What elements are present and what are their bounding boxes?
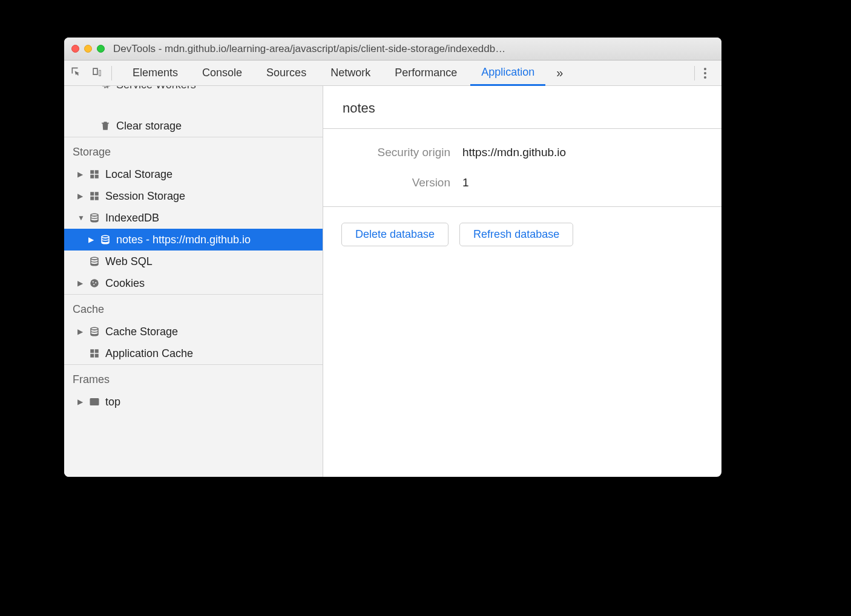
database-icon (99, 234, 111, 246)
svg-point-5 (95, 282, 96, 283)
sidebar-item-top-frame[interactable]: ▶ top (64, 391, 323, 413)
chevron-down-icon: ▼ (77, 214, 84, 222)
database-detail-panel: notes Security origin https://mdn.github… (323, 86, 721, 477)
sidebar-item-label: IndexedDB (105, 212, 159, 224)
database-icon (88, 326, 100, 338)
svg-rect-7 (90, 399, 99, 405)
inspect-element-icon[interactable] (70, 66, 82, 80)
device-toolbar-icon[interactable] (91, 66, 103, 80)
window-title: DevTools - mdn.github.io/learning-area/j… (113, 43, 714, 55)
database-icon (88, 255, 100, 267)
sidebar-item-cache-storage[interactable]: ▶ Cache Storage (64, 321, 323, 342)
version-label: Version (341, 176, 462, 189)
frame-icon (88, 396, 100, 408)
database-icon (88, 212, 100, 224)
grid-icon (88, 190, 100, 202)
svg-point-6 (93, 284, 94, 285)
sidebar-item-application-cache[interactable]: Application Cache (64, 342, 323, 364)
sidebar-item-clear-storage[interactable]: Clear storage (64, 115, 323, 137)
svg-point-3 (90, 279, 99, 287)
database-actions: Delete database Refresh database (323, 207, 721, 262)
tabs-overflow-button[interactable]: » (548, 66, 571, 80)
tab-performance[interactable]: Performance (384, 61, 468, 86)
sidebar-item-notes-db[interactable]: ▶ notes - https://mdn.github.io (64, 229, 323, 251)
section-cache: Cache (64, 294, 323, 321)
sidebar-item-label: Local Storage (105, 168, 172, 181)
sidebar-item-local-storage[interactable]: ▶ Local Storage (64, 163, 323, 185)
sidebar-item-label: Web SQL (105, 255, 153, 268)
sidebar-item-label: Cache Storage (105, 326, 178, 338)
sidebar-item-label: Service Workers (116, 86, 196, 91)
security-origin-value: https://mdn.github.io (462, 146, 566, 159)
chevron-right-icon: ▶ (88, 235, 94, 244)
sidebar-item-label: notes - https://mdn.github.io (116, 234, 251, 246)
svg-point-1 (704, 72, 706, 74)
sidebar-item-label: Clear storage (116, 120, 182, 133)
tab-sources[interactable]: Sources (255, 61, 317, 86)
trash-icon (99, 120, 111, 132)
zoom-window-button[interactable] (97, 45, 105, 53)
sidebar-item-label: Session Storage (105, 190, 185, 203)
titlebar: DevTools - mdn.github.io/learning-area/j… (64, 38, 721, 61)
security-origin-label: Security origin (341, 146, 462, 159)
tab-application[interactable]: Application (470, 61, 545, 86)
chevron-right-icon: ▶ (77, 192, 84, 200)
sidebar-item-service-workers[interactable]: Service Workers (64, 86, 323, 96)
chevron-right-icon: ▶ (77, 279, 84, 287)
sidebar-item-indexeddb[interactable]: ▼ IndexedDB (64, 207, 323, 229)
refresh-database-button[interactable]: Refresh database (459, 223, 573, 246)
svg-point-0 (704, 68, 706, 70)
tab-elements[interactable]: Elements (122, 61, 189, 86)
gear-icon (99, 86, 111, 91)
sidebar-item-label: Application Cache (105, 347, 193, 360)
tab-network[interactable]: Network (320, 61, 381, 86)
devtools-window: DevTools - mdn.github.io/learning-area/j… (64, 38, 721, 477)
delete-database-button[interactable]: Delete database (341, 223, 448, 246)
close-window-button[interactable] (71, 45, 79, 53)
sidebar-item-session-storage[interactable]: ▶ Session Storage (64, 185, 323, 207)
chevron-right-icon: ▶ (77, 327, 84, 336)
window-controls (71, 45, 105, 53)
section-storage: Storage (64, 137, 323, 163)
svg-point-4 (93, 281, 94, 283)
database-details: Security origin https://mdn.github.io Ve… (323, 129, 721, 207)
sidebar-item-label: Cookies (105, 277, 145, 290)
section-frames: Frames (64, 364, 323, 391)
cookie-icon (88, 277, 100, 289)
minimize-window-button[interactable] (84, 45, 92, 53)
sidebar-item-label: top (105, 396, 120, 408)
version-value: 1 (462, 176, 469, 189)
application-sidebar: Service Workers Clear storage Storage ▶ … (64, 86, 323, 477)
database-name: notes (323, 86, 721, 129)
sidebar-item-cookies[interactable]: ▶ Cookies (64, 272, 323, 294)
grid-icon (88, 168, 100, 180)
chevron-right-icon: ▶ (77, 170, 84, 179)
grid-icon (88, 347, 100, 359)
main-area: Service Workers Clear storage Storage ▶ … (64, 86, 721, 477)
chevron-right-icon: ▶ (77, 398, 84, 406)
tab-console[interactable]: Console (191, 61, 253, 86)
devtools-toolbar: Elements Console Sources Network Perform… (64, 61, 721, 86)
svg-point-2 (704, 76, 706, 79)
settings-menu-button[interactable] (694, 66, 715, 80)
sidebar-item-web-sql[interactable]: Web SQL (64, 251, 323, 272)
